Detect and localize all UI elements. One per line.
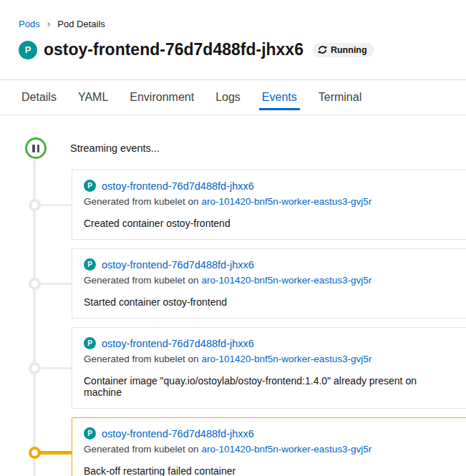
pod-badge-icon: P — [84, 180, 96, 192]
pause-stream-button[interactable] — [25, 137, 47, 159]
sync-icon — [318, 45, 327, 54]
breadcrumb-current: Pod Details — [57, 19, 105, 29]
pod-badge-icon: P — [84, 427, 96, 439]
event-resource-link[interactable]: ostoy-frontend-76d7d488fd-jhxx6 — [102, 338, 254, 349]
stream-status-row: Streaming events... — [0, 115, 466, 159]
stream-status-text: Streaming events... — [70, 142, 160, 154]
event-card: P ostoy-frontend-76d7d488fd-jhxx6 Genera… — [72, 327, 466, 409]
event-row: P ostoy-frontend-76d7d488fd-jhxx6 Genera… — [72, 327, 466, 409]
event-row: P ostoy-frontend-76d7d488fd-jhxx6 Genera… — [72, 170, 466, 240]
tab-terminal[interactable]: Terminal — [316, 91, 364, 110]
event-node-link[interactable]: aro-101420-bnf5n-worker-eastus3-gvj5r — [201, 444, 372, 455]
breadcrumb-pods-link[interactable]: Pods — [19, 19, 40, 29]
tab-bar: Details YAML Environment Logs Events Ter… — [0, 80, 466, 115]
timeline-node — [29, 447, 41, 459]
event-row: P ostoy-frontend-76d7d488fd-jhxx6 Genera… — [72, 248, 466, 319]
status-badge-label: Running — [331, 45, 367, 55]
event-list: P ostoy-frontend-76d7d488fd-jhxx6 Genera… — [72, 170, 466, 476]
tab-environment[interactable]: Environment — [127, 91, 197, 110]
event-source-text: Generated from kubelet on — [84, 275, 199, 286]
event-message: Created container ostoy-frontend — [84, 218, 455, 229]
title-row: P ostoy-frontend-76d7d488fd-jhxx6 Runnin… — [19, 40, 447, 79]
page-title: ostoy-frontend-76d7d488fd-jhxx6 — [44, 40, 304, 59]
page-header: Pods › Pod Details P ostoy-frontend-76d7… — [0, 0, 466, 80]
pause-icon — [37, 145, 40, 152]
event-card: P ostoy-frontend-76d7d488fd-jhxx6 Genera… — [72, 417, 466, 476]
event-source-text: Generated from kubelet on — [84, 196, 199, 207]
event-resource-link[interactable]: ostoy-frontend-76d7d488fd-jhxx6 — [102, 259, 254, 271]
timeline-node — [29, 278, 41, 290]
event-node-link[interactable]: aro-101420-bnf5n-worker-eastus3-gvj5r — [201, 275, 372, 286]
events-stream-panel: Streaming events... P ostoy-frontend-76d… — [0, 115, 466, 476]
pod-badge-icon: P — [84, 337, 96, 349]
event-source-text: Generated from kubelet on — [84, 354, 199, 364]
event-row-warning: P ostoy-frontend-76d7d488fd-jhxx6 Genera… — [72, 417, 466, 476]
event-resource-link[interactable]: ostoy-frontend-76d7d488fd-jhxx6 — [102, 428, 254, 439]
event-source-text: Generated from kubelet on — [84, 444, 199, 455]
tab-yaml[interactable]: YAML — [75, 91, 111, 110]
pod-badge-icon: P — [84, 258, 96, 271]
event-card: P ostoy-frontend-76d7d488fd-jhxx6 Genera… — [72, 248, 466, 319]
pause-icon — [32, 145, 35, 152]
status-badge[interactable]: Running — [312, 43, 374, 57]
timeline-node — [29, 362, 41, 374]
event-message: Started container ostoy-frontend — [84, 296, 455, 308]
event-node-link[interactable]: aro-101420-bnf5n-worker-eastus3-gvj5r — [201, 196, 372, 207]
timeline-node — [29, 199, 41, 211]
tab-logs[interactable]: Logs — [213, 91, 243, 110]
pod-badge-icon: P — [19, 41, 37, 59]
chevron-right-icon: › — [47, 19, 51, 29]
breadcrumb: Pods › Pod Details — [19, 19, 447, 29]
event-message: Container image "quay.io/ostoylab/ostoy-… — [84, 375, 455, 398]
tab-details[interactable]: Details — [19, 91, 59, 110]
event-node-link[interactable]: aro-101420-bnf5n-worker-eastus3-gvj5r — [201, 354, 372, 364]
event-resource-link[interactable]: ostoy-frontend-76d7d488fd-jhxx6 — [102, 180, 254, 192]
event-card: P ostoy-frontend-76d7d488fd-jhxx6 Genera… — [72, 170, 466, 240]
tab-events[interactable]: Events — [259, 91, 300, 110]
event-message: Back-off restarting failed container — [84, 465, 455, 476]
